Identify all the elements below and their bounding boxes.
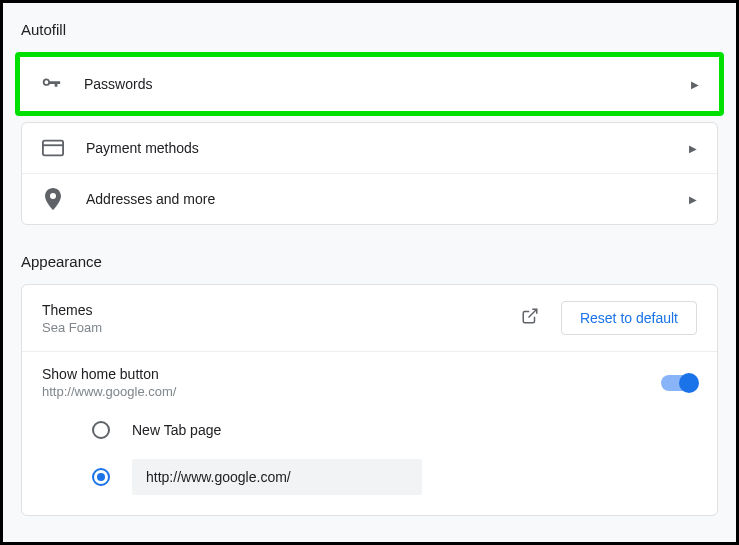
reset-to-default-button[interactable]: Reset to default: [561, 301, 697, 335]
radio-custom[interactable]: [92, 468, 110, 486]
autofill-card: Payment methods ▶ Addresses and more ▶: [21, 122, 718, 225]
chevron-right-icon: ▶: [691, 79, 699, 90]
show-home-button-label: Show home button: [42, 366, 661, 382]
custom-url-input[interactable]: [132, 459, 422, 495]
payment-methods-row[interactable]: Payment methods ▶: [22, 123, 717, 174]
passwords-row[interactable]: Passwords ▶: [20, 57, 719, 111]
chevron-right-icon: ▶: [689, 194, 697, 205]
radio-custom-row[interactable]: [92, 449, 697, 505]
svg-rect-0: [43, 141, 63, 156]
radio-newtab[interactable]: [92, 421, 110, 439]
radio-newtab-label: New Tab page: [132, 422, 221, 438]
addresses-row[interactable]: Addresses and more ▶: [22, 174, 717, 224]
addresses-label: Addresses and more: [86, 191, 689, 207]
card-icon: [42, 137, 64, 159]
themes-row: Themes Sea Foam Reset to default: [22, 285, 717, 352]
show-home-button-value: http://www.google.com/: [42, 384, 661, 399]
home-button-radio-group: New Tab page: [22, 405, 717, 515]
themes-value: Sea Foam: [42, 320, 521, 335]
passwords-label: Passwords: [84, 76, 691, 92]
show-home-button-row: Show home button http://www.google.com/: [22, 352, 717, 405]
appearance-card: Themes Sea Foam Reset to default Show ho…: [21, 284, 718, 516]
payment-methods-label: Payment methods: [86, 140, 689, 156]
chevron-right-icon: ▶: [689, 143, 697, 154]
location-icon: [42, 188, 64, 210]
autofill-section-title: Autofill: [3, 3, 736, 52]
radio-newtab-row[interactable]: New Tab page: [92, 411, 697, 449]
open-external-icon[interactable]: [521, 307, 539, 329]
key-icon: [40, 73, 62, 95]
appearance-section-title: Appearance: [3, 225, 736, 284]
svg-line-2: [528, 309, 536, 317]
passwords-highlight: Passwords ▶: [15, 52, 724, 116]
show-home-button-toggle[interactable]: [661, 375, 697, 391]
themes-label: Themes: [42, 302, 521, 318]
